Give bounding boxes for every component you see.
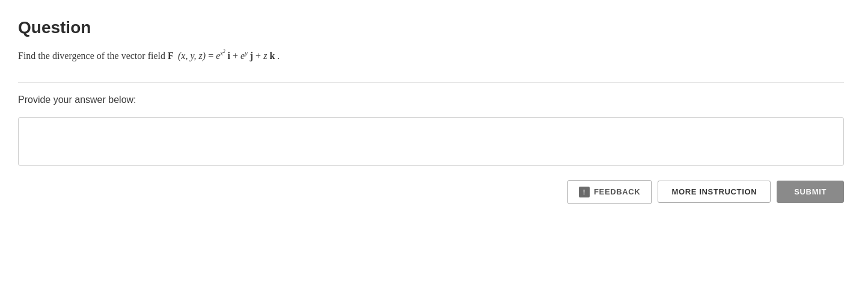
math-term1: ex2	[216, 51, 227, 61]
math-term2: ey	[240, 51, 250, 61]
question-text: Find the divergence of the vector field …	[18, 48, 844, 64]
math-term3: z	[263, 51, 267, 61]
math-plus2: +	[255, 51, 263, 61]
math-k: k	[269, 51, 275, 61]
more-instruction-button[interactable]: MORE INSTRUCTION	[658, 181, 771, 203]
submit-label: SUBMIT	[794, 187, 827, 196]
page-container: Question Find the divergence of the vect…	[0, 0, 868, 301]
feedback-icon: !	[579, 187, 590, 197]
more-instruction-label: MORE INSTRUCTION	[671, 187, 757, 196]
math-equals: =	[208, 51, 216, 61]
button-row: ! FEEDBACK MORE INSTRUCTION SUBMIT	[18, 180, 844, 204]
math-j: j	[250, 51, 253, 61]
math-period: .	[277, 51, 280, 61]
question-text-prefix: Find the divergence of the vector field	[18, 51, 165, 61]
feedback-label: FEEDBACK	[594, 187, 640, 196]
math-args: (x, y, z)	[176, 51, 206, 61]
feedback-button[interactable]: ! FEEDBACK	[567, 180, 652, 204]
math-plus1: +	[233, 51, 240, 61]
answer-input[interactable]	[18, 117, 844, 166]
math-i: i	[228, 51, 230, 61]
section-divider	[18, 82, 844, 82]
question-title: Question	[18, 18, 844, 37]
math-vector-F: F	[168, 51, 174, 61]
answer-prompt: Provide your answer below:	[18, 95, 844, 105]
submit-button[interactable]: SUBMIT	[777, 181, 844, 203]
